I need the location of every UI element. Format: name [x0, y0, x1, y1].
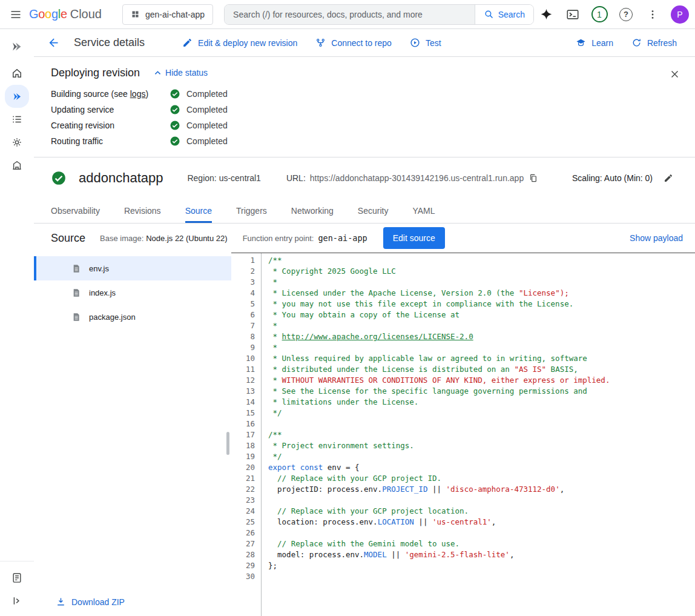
line-number: 17 — [231, 429, 255, 440]
nav-revisions-list[interactable] — [5, 108, 29, 131]
trial-status-button[interactable]: 1 — [587, 2, 611, 27]
help-button[interactable]: ? — [614, 2, 638, 27]
header-actions: Edit & deploy new revision Connect to re… — [176, 34, 447, 51]
entry-point-value: gen-ai-app — [318, 233, 367, 243]
avatar[interactable]: P — [671, 5, 689, 24]
source-content: env.jsindex.jspackage.json Download ZIP … — [34, 253, 695, 616]
hide-status-toggle[interactable]: Hide status — [153, 68, 208, 78]
edit-source-button[interactable]: Edit source — [383, 227, 445, 249]
test-label: Test — [426, 38, 441, 48]
cloud-shell-button[interactable] — [561, 2, 585, 27]
collapse-nav-button[interactable] — [5, 589, 29, 612]
file-list: env.jsindex.jspackage.json — [34, 256, 231, 329]
base-image-value: Node.js 22 (Ubuntu 22) — [146, 234, 227, 243]
rail-bottom — [0, 561, 34, 616]
nav-home[interactable] — [5, 62, 29, 85]
cloud-run-product-logo — [5, 35, 29, 58]
show-payload-link[interactable]: Show payload — [630, 233, 683, 243]
test-button[interactable]: Test — [404, 34, 447, 51]
collapse-panel-icon — [11, 595, 23, 607]
code-line: }; — [268, 560, 695, 571]
tab-revisions[interactable]: Revisions — [124, 198, 161, 223]
search-button[interactable]: Search — [475, 5, 533, 24]
code-lines: /** * Copyright 2025 Google LLC * * Lice… — [262, 253, 695, 616]
search-input[interactable] — [233, 10, 466, 19]
region-label: Region: — [187, 173, 216, 183]
code-editor[interactable]: 1234567891011121314151617181920212223242… — [231, 253, 695, 616]
deploy-step-label: Routing traffic — [51, 136, 170, 146]
line-number: 6 — [231, 310, 255, 320]
repo-branch-icon — [315, 38, 326, 48]
code-line: * Copyright 2025 Google LLC — [268, 266, 695, 277]
main-content: Service details Edit & deploy new revisi… — [34, 29, 695, 616]
building-icon — [11, 159, 23, 171]
code-line: // Replace with your GCP project locatio… — [268, 506, 695, 517]
source-header: Source Base image: Node.js 22 (Ubuntu 22… — [34, 224, 695, 253]
logs-link[interactable]: logs — [130, 89, 146, 99]
tab-networking[interactable]: Networking — [291, 198, 334, 223]
code-line: * See the License for the specific langu… — [268, 386, 695, 397]
back-button[interactable] — [41, 31, 65, 55]
file-list-scrollbar[interactable] — [226, 432, 229, 455]
file-icon — [71, 312, 81, 322]
google-logo-google: Google — [29, 7, 67, 21]
service-summary: addonchatapp Region: us-central1 URL: ht… — [34, 157, 695, 198]
edit-deploy-button[interactable]: Edit & deploy new revision — [176, 34, 303, 51]
code-line: * Unless required by applicable law or a… — [268, 353, 695, 364]
tab-yaml[interactable]: YAML — [412, 198, 435, 223]
code-line: * — [268, 277, 695, 288]
file-item-index.js[interactable]: index.js — [34, 280, 231, 305]
code-line: model: process.env.MODEL || 'gemini-2.5-… — [268, 549, 695, 560]
code-line: projectID: process.env.PROJECT_ID || 'di… — [268, 484, 695, 495]
code-line: // Replace with your GCP project ID. — [268, 473, 695, 484]
copy-url-button[interactable] — [524, 168, 543, 188]
connect-repo-button[interactable]: Connect to repo — [309, 34, 398, 51]
line-number: 3 — [231, 277, 255, 288]
more-options-button[interactable] — [641, 2, 665, 27]
deploy-step-label: Creating revision — [51, 121, 170, 130]
close-panel-button[interactable] — [664, 63, 685, 85]
file-name: env.js — [89, 264, 109, 273]
cloud-run-logo-icon — [10, 40, 24, 53]
refresh-button[interactable]: Refresh — [625, 34, 683, 51]
google-cloud-logo[interactable]: Google Cloud — [29, 7, 102, 21]
project-selector[interactable]: gen-ai-chat-app — [122, 4, 213, 25]
nav-organization[interactable] — [5, 154, 29, 177]
header-right-actions: Learn Refresh — [570, 34, 683, 51]
gear-icon — [11, 136, 23, 148]
gemini-sparkle-icon — [540, 8, 553, 21]
learn-button[interactable]: Learn — [570, 34, 619, 51]
line-number: 18 — [231, 440, 255, 451]
line-number: 28 — [231, 549, 255, 560]
page-title: Service details — [74, 36, 145, 49]
service-healthy-icon — [51, 170, 67, 186]
deploy-step-status: Completed — [170, 136, 228, 147]
tab-bar: ObservabilityRevisionsSourceTriggersNetw… — [34, 198, 695, 224]
search-field[interactable] — [225, 5, 475, 24]
tab-source[interactable]: Source — [185, 198, 212, 223]
file-item-env.js[interactable]: env.js — [34, 256, 231, 280]
menu-button[interactable] — [4, 2, 28, 27]
download-zip-button[interactable]: Download ZIP — [34, 587, 231, 616]
deploy-status-row: Building source (see logs)Completed — [51, 86, 678, 102]
deploy-step-status: Completed — [170, 104, 228, 115]
file-item-package.json[interactable]: package.json — [34, 305, 231, 329]
release-notes-button[interactable] — [5, 566, 29, 589]
deploy-step-label: Building source (see logs) — [51, 89, 170, 99]
nav-cloud-run-services[interactable] — [5, 85, 29, 108]
code-line: /** — [268, 255, 695, 266]
tab-security[interactable]: Security — [358, 198, 389, 223]
nav-integrations[interactable] — [5, 131, 29, 154]
deploy-status-rows: Building source (see logs)CompletedUpdat… — [51, 86, 678, 149]
tab-observability[interactable]: Observability — [51, 198, 100, 223]
gemini-button[interactable] — [534, 2, 558, 27]
source-title: Source — [51, 232, 85, 245]
tab-triggers[interactable]: Triggers — [236, 198, 267, 223]
code-line — [268, 528, 695, 538]
connect-repo-label: Connect to repo — [331, 38, 392, 48]
google-logo-cloud: Cloud — [70, 7, 102, 21]
status-text: Completed — [186, 121, 228, 130]
entry-point: Function entry point: gen-ai-app — [243, 233, 367, 243]
check-circle-icon — [170, 88, 180, 99]
edit-scaling-button[interactable] — [659, 168, 678, 188]
